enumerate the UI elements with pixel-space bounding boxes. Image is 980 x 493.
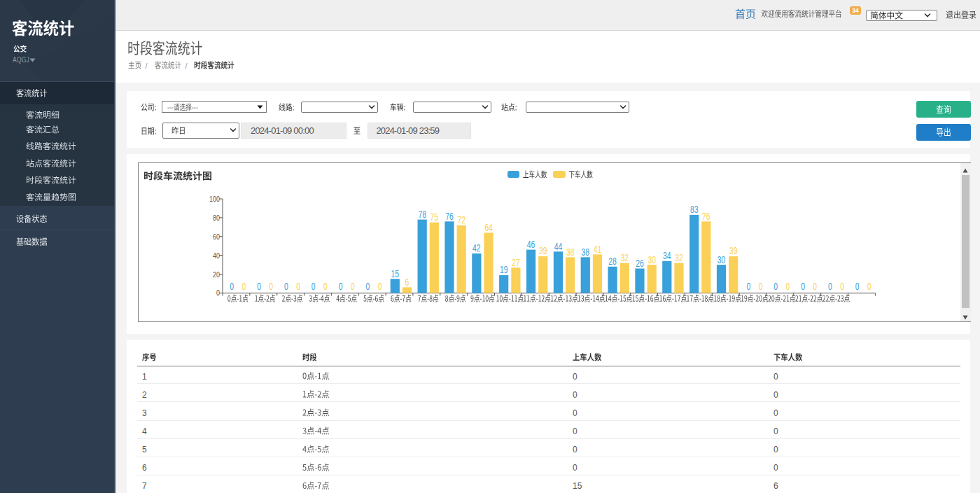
svg-text:34: 34 [663,251,671,262]
svg-text:15: 15 [391,268,400,279]
svg-text:76: 76 [702,211,710,222]
svg-text:0: 0 [339,282,343,293]
svg-text:6: 6 [405,277,410,288]
svg-text:0: 0 [867,282,872,293]
svg-text:0: 0 [828,282,832,293]
svg-text:40: 40 [213,251,220,260]
svg-text:0: 0 [296,282,300,293]
svg-text:0: 0 [840,282,844,293]
svg-text:64: 64 [484,222,493,233]
svg-text:32: 32 [675,252,683,263]
svg-text:0: 0 [284,282,288,293]
svg-text:72: 72 [457,215,465,226]
svg-text:0: 0 [786,282,790,293]
svg-text:60: 60 [213,232,220,241]
svg-text:27: 27 [512,257,520,268]
svg-text:0: 0 [813,282,817,293]
svg-text:26: 26 [636,258,644,270]
svg-text:0: 0 [230,282,234,293]
svg-text:75: 75 [430,212,439,223]
svg-text:78: 78 [418,209,426,221]
svg-text:30: 30 [718,254,726,265]
svg-text:20: 20 [213,270,220,278]
svg-text:39: 39 [539,246,547,257]
svg-text:0: 0 [257,282,261,293]
svg-text:0: 0 [801,282,805,293]
svg-text:0: 0 [269,282,273,293]
svg-text:38: 38 [581,246,589,258]
svg-text:0: 0 [746,282,750,293]
svg-text:38: 38 [566,246,575,258]
svg-text:80: 80 [213,214,220,222]
svg-text:100: 100 [209,195,220,203]
svg-text:0: 0 [774,282,778,293]
svg-text:76: 76 [445,211,454,222]
svg-text:39: 39 [729,246,738,257]
svg-text:0: 0 [242,282,246,293]
svg-text:83: 83 [690,204,699,216]
svg-text:0: 0 [312,282,316,293]
svg-text:42: 42 [472,243,481,254]
svg-text:0: 0 [216,289,220,297]
svg-text:0: 0 [855,282,860,293]
svg-text:28: 28 [608,256,617,268]
svg-text:46: 46 [527,239,536,251]
svg-text:41: 41 [594,244,602,255]
svg-text:0: 0 [351,282,355,293]
svg-text:44: 44 [554,241,563,252]
svg-text:0: 0 [759,282,763,293]
svg-text:30: 30 [648,254,656,265]
svg-text:0: 0 [366,282,370,293]
svg-text:0: 0 [378,282,382,293]
svg-text:32: 32 [621,252,629,263]
svg-text:0: 0 [323,282,328,293]
svg-text:19: 19 [500,265,508,276]
